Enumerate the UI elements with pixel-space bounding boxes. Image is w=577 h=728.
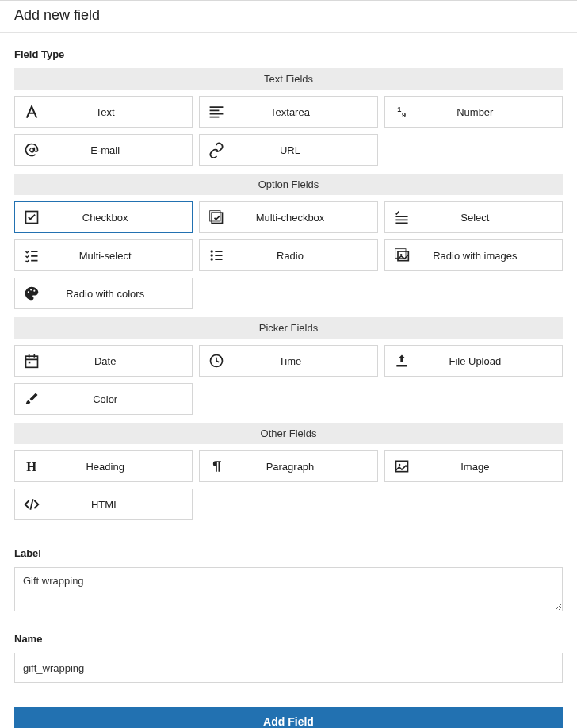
field-type-option-file[interactable]: File Upload: [384, 345, 563, 377]
heading-icon: H: [15, 458, 48, 474]
images-icon: [385, 247, 418, 263]
group-header: Picker Fields: [14, 317, 563, 339]
group-header: Other Fields: [14, 423, 563, 444]
option-label: HTML: [48, 499, 192, 511]
svg-point-5: [211, 250, 213, 252]
options-grid: DateTimeFile UploadColor: [14, 345, 563, 415]
group-header: Text Fields: [14, 68, 563, 90]
option-label: Text: [48, 106, 192, 118]
field-type-option-date[interactable]: Date: [14, 345, 193, 377]
option-label: Time: [233, 355, 376, 367]
image-icon: [385, 458, 418, 474]
svg-point-6: [211, 254, 213, 256]
svg-text:1: 1: [397, 105, 401, 113]
field-type-option-radio_colors[interactable]: Radio with colors: [14, 278, 193, 309]
multi-checkbox-icon: [200, 209, 233, 225]
field-type-option-select[interactable]: Select: [384, 201, 563, 233]
option-label: Multi-checkbox: [233, 212, 376, 224]
option-label: Radio with images: [418, 250, 562, 262]
pilcrow-icon: [200, 458, 233, 474]
field-type-option-paragraph[interactable]: Paragraph: [199, 450, 377, 482]
field-type-option-heading[interactable]: HHeading: [14, 450, 193, 482]
option-label: Select: [418, 212, 562, 224]
clock-icon: [200, 353, 233, 369]
svg-text:9: 9: [402, 111, 406, 119]
option-label: Radio with colors: [48, 288, 192, 300]
options-grid: TextTextarea19NumberE-mailURL: [14, 96, 563, 166]
name-input[interactable]: [14, 653, 563, 683]
select-icon: [385, 209, 418, 225]
option-label: Multi-select: [48, 250, 192, 262]
options-grid: HHeadingParagraphImageHTML: [14, 450, 563, 520]
svg-text:H: H: [26, 459, 36, 474]
field-type-option-radio[interactable]: Radio: [199, 239, 377, 271]
list-dots-icon: [200, 247, 233, 263]
content-area: Field Type Text FieldsTextTextarea19Numb…: [0, 33, 577, 728]
font-icon: [15, 104, 48, 120]
field-type-option-html[interactable]: HTML: [14, 489, 193, 520]
field-type-label: Field Type: [14, 48, 563, 60]
code-icon: [15, 496, 48, 512]
field-type-option-number[interactable]: 19Number: [384, 96, 563, 128]
field-type-option-email[interactable]: E-mail: [14, 134, 193, 166]
field-type-option-color[interactable]: Color: [14, 383, 193, 415]
link-icon: [200, 142, 233, 158]
checkbox-icon: [15, 209, 48, 225]
option-label: Textarea: [233, 106, 376, 118]
svg-point-11: [28, 291, 29, 293]
at-icon: [15, 142, 48, 158]
option-label: Date: [48, 355, 192, 367]
option-label: Image: [418, 461, 562, 473]
field-type-option-text[interactable]: Text: [14, 96, 193, 128]
upload-icon: [385, 353, 418, 369]
brush-icon: [15, 391, 48, 407]
svg-rect-14: [26, 356, 38, 367]
name-field-label: Name: [14, 633, 563, 645]
option-label: Number: [418, 106, 562, 118]
option-label: Color: [48, 393, 192, 405]
field-type-option-time[interactable]: Time: [199, 345, 377, 377]
list-check-icon: [15, 247, 48, 263]
nineteen-icon: 19: [385, 104, 418, 120]
align-left-icon: [200, 104, 233, 120]
label-input[interactable]: [14, 567, 563, 611]
svg-point-19: [398, 464, 400, 466]
field-type-option-textarea[interactable]: Textarea: [199, 96, 377, 128]
option-label: URL: [233, 144, 376, 156]
field-type-option-multi_checkbox[interactable]: Multi-checkbox: [199, 201, 377, 233]
field-type-groups: Text FieldsTextTextarea19NumberE-mailURL…: [14, 68, 563, 528]
field-type-option-image[interactable]: Image: [384, 450, 563, 482]
svg-point-7: [211, 258, 213, 260]
option-label: Checkbox: [48, 212, 192, 224]
group-header: Option Fields: [14, 174, 563, 195]
add-field-button[interactable]: Add Field: [14, 707, 563, 728]
field-type-option-radio_images[interactable]: Radio with images: [384, 239, 563, 271]
option-label: E-mail: [48, 144, 192, 156]
option-label: Paragraph: [233, 461, 376, 473]
svg-point-13: [33, 290, 35, 292]
option-label: Heading: [48, 461, 192, 473]
field-type-option-url[interactable]: URL: [199, 134, 377, 166]
svg-point-12: [30, 289, 32, 290]
option-label: Radio: [233, 250, 376, 262]
palette-icon: [15, 285, 48, 301]
field-type-option-checkbox[interactable]: Checkbox: [14, 201, 193, 233]
field-type-option-multi_select[interactable]: Multi-select: [14, 239, 193, 271]
page-title: Add new field: [0, 0, 577, 33]
label-field-label: Label: [14, 547, 563, 559]
calendar-icon: [15, 353, 48, 369]
options-grid: CheckboxMulti-checkboxSelectMulti-select…: [14, 201, 563, 309]
option-label: File Upload: [418, 355, 562, 367]
svg-rect-15: [29, 362, 31, 364]
